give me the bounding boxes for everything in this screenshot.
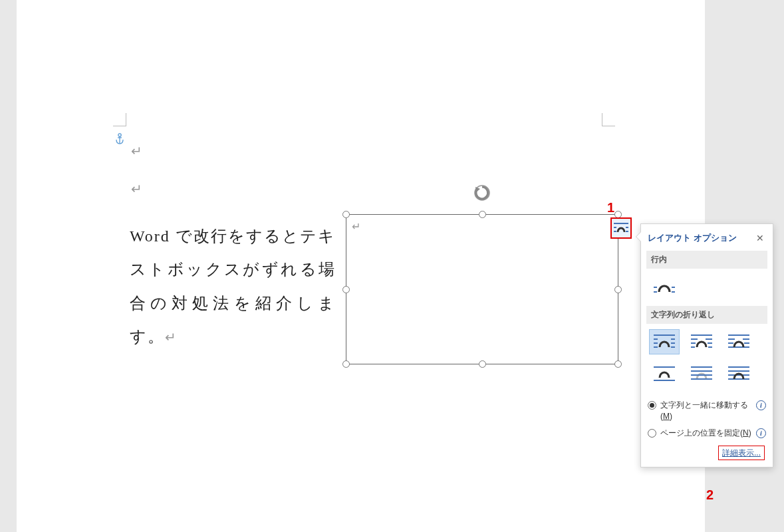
layout-options-button[interactable]	[610, 217, 632, 239]
paragraph-mark-icon: ↵	[131, 181, 142, 197]
body-text-content: Word で改行をするとテキストボックスがずれる場合の対処法を紹介します。	[130, 227, 336, 345]
wrap-square-option[interactable]	[649, 329, 680, 354]
annotation-2: 2	[706, 487, 714, 503]
resize-handle[interactable]	[614, 360, 622, 368]
wrap-text-icon	[613, 221, 629, 235]
radio-icon	[648, 429, 656, 438]
radio-label: 文字列と一緒に移動する(M)	[660, 400, 752, 422]
section-wrap-header: 文字列の折り返し	[646, 306, 767, 324]
wrap-inline-option[interactable]	[649, 274, 680, 299]
section-inline-header: 行内	[646, 251, 767, 269]
radio-fix-position[interactable]: ページ上の位置を固定(N) i	[648, 425, 766, 442]
layout-options-flyout: レイアウト オプション ✕ 行内 文字列の折り返し	[640, 223, 773, 467]
svg-point-0	[118, 134, 121, 136]
wrap-topbottom-option[interactable]	[649, 361, 680, 386]
anchor-icon	[115, 133, 124, 145]
svg-marker-4	[475, 187, 480, 192]
annotation-1: 1	[607, 200, 614, 215]
selected-textbox[interactable]: ↵	[346, 214, 618, 364]
detail-link[interactable]: 詳細表示...	[718, 446, 765, 460]
margin-corner-tl	[113, 113, 126, 126]
rotate-handle-icon[interactable]	[473, 184, 491, 201]
flyout-title: レイアウト オプション	[648, 232, 737, 244]
paragraph-mark-icon: ↵	[131, 143, 142, 159]
wrap-behind-option[interactable]	[686, 361, 717, 386]
resize-handle[interactable]	[342, 360, 350, 368]
flyout-header: レイアウト オプション ✕	[646, 229, 767, 251]
close-icon[interactable]: ✕	[754, 233, 766, 243]
resize-handle[interactable]	[614, 286, 622, 293]
wrap-infront-option[interactable]	[723, 361, 754, 386]
radio-icon	[648, 401, 656, 410]
wrap-tight-option[interactable]	[686, 329, 717, 354]
flyout-pointer	[636, 232, 641, 241]
body-paragraph[interactable]: Word で改行をするとテキストボックスがずれる場合の対処法を紹介します。↵	[130, 219, 336, 354]
paragraph-mark-icon: ↵	[165, 330, 178, 344]
detail-link-row: 詳細表示...	[646, 442, 767, 462]
wrap-through-option[interactable]	[723, 329, 754, 354]
radio-label: ページ上の位置を固定(N)	[660, 428, 752, 439]
info-icon[interactable]: i	[756, 400, 766, 410]
document-page: ↵ ↵ Word で改行をするとテキストボックスがずれる場合の対処法を紹介します…	[17, 0, 705, 532]
resize-handle[interactable]	[479, 211, 486, 218]
position-radio-group: 文字列と一緒に移動する(M) i ページ上の位置を固定(N) i	[646, 393, 767, 442]
resize-handle[interactable]	[342, 211, 350, 218]
info-icon[interactable]: i	[756, 428, 766, 438]
resize-handle[interactable]	[342, 286, 350, 293]
radio-move-with-text[interactable]: 文字列と一緒に移動する(M) i	[648, 397, 766, 425]
resize-handle[interactable]	[479, 360, 486, 368]
paragraph-mark-icon: ↵	[352, 220, 360, 233]
margin-corner-tr	[602, 113, 615, 126]
